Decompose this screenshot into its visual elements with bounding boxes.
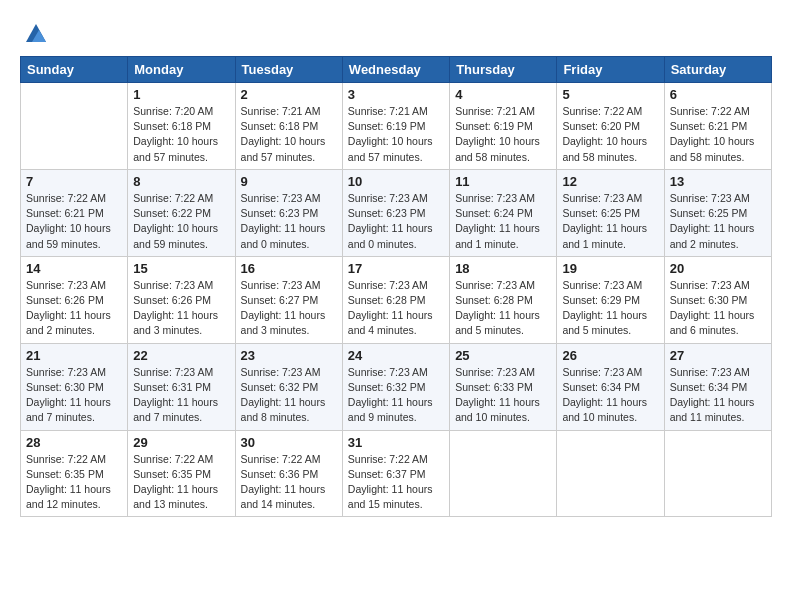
day-number: 5 <box>562 87 658 102</box>
day-info: Sunrise: 7:21 AMSunset: 6:19 PMDaylight:… <box>348 104 444 165</box>
day-cell <box>664 430 771 517</box>
header <box>20 18 772 46</box>
day-cell: 31Sunrise: 7:22 AMSunset: 6:37 PMDayligh… <box>342 430 449 517</box>
logo <box>20 18 50 46</box>
calendar-body: 1Sunrise: 7:20 AMSunset: 6:18 PMDaylight… <box>21 83 772 517</box>
day-cell: 11Sunrise: 7:23 AMSunset: 6:24 PMDayligh… <box>450 169 557 256</box>
calendar-table: SundayMondayTuesdayWednesdayThursdayFrid… <box>20 56 772 517</box>
day-cell: 12Sunrise: 7:23 AMSunset: 6:25 PMDayligh… <box>557 169 664 256</box>
day-info: Sunrise: 7:23 AMSunset: 6:25 PMDaylight:… <box>670 191 766 252</box>
weekday-header-monday: Monday <box>128 57 235 83</box>
day-number: 3 <box>348 87 444 102</box>
day-cell: 21Sunrise: 7:23 AMSunset: 6:30 PMDayligh… <box>21 343 128 430</box>
day-cell: 16Sunrise: 7:23 AMSunset: 6:27 PMDayligh… <box>235 256 342 343</box>
day-cell: 19Sunrise: 7:23 AMSunset: 6:29 PMDayligh… <box>557 256 664 343</box>
day-number: 11 <box>455 174 551 189</box>
day-number: 4 <box>455 87 551 102</box>
day-info: Sunrise: 7:23 AMSunset: 6:28 PMDaylight:… <box>455 278 551 339</box>
day-info: Sunrise: 7:22 AMSunset: 6:36 PMDaylight:… <box>241 452 337 513</box>
day-cell: 9Sunrise: 7:23 AMSunset: 6:23 PMDaylight… <box>235 169 342 256</box>
day-number: 26 <box>562 348 658 363</box>
calendar-header: SundayMondayTuesdayWednesdayThursdayFrid… <box>21 57 772 83</box>
weekday-header-sunday: Sunday <box>21 57 128 83</box>
day-number: 13 <box>670 174 766 189</box>
day-info: Sunrise: 7:22 AMSunset: 6:22 PMDaylight:… <box>133 191 229 252</box>
day-cell: 18Sunrise: 7:23 AMSunset: 6:28 PMDayligh… <box>450 256 557 343</box>
day-cell: 15Sunrise: 7:23 AMSunset: 6:26 PMDayligh… <box>128 256 235 343</box>
day-cell: 5Sunrise: 7:22 AMSunset: 6:20 PMDaylight… <box>557 83 664 170</box>
day-info: Sunrise: 7:23 AMSunset: 6:23 PMDaylight:… <box>348 191 444 252</box>
day-number: 22 <box>133 348 229 363</box>
day-cell: 14Sunrise: 7:23 AMSunset: 6:26 PMDayligh… <box>21 256 128 343</box>
day-number: 25 <box>455 348 551 363</box>
day-cell: 1Sunrise: 7:20 AMSunset: 6:18 PMDaylight… <box>128 83 235 170</box>
week-row-5: 28Sunrise: 7:22 AMSunset: 6:35 PMDayligh… <box>21 430 772 517</box>
week-row-2: 7Sunrise: 7:22 AMSunset: 6:21 PMDaylight… <box>21 169 772 256</box>
day-cell <box>557 430 664 517</box>
day-cell: 10Sunrise: 7:23 AMSunset: 6:23 PMDayligh… <box>342 169 449 256</box>
day-cell: 4Sunrise: 7:21 AMSunset: 6:19 PMDaylight… <box>450 83 557 170</box>
day-cell: 28Sunrise: 7:22 AMSunset: 6:35 PMDayligh… <box>21 430 128 517</box>
page: SundayMondayTuesdayWednesdayThursdayFrid… <box>0 0 792 612</box>
day-number: 23 <box>241 348 337 363</box>
day-number: 30 <box>241 435 337 450</box>
day-cell: 20Sunrise: 7:23 AMSunset: 6:30 PMDayligh… <box>664 256 771 343</box>
day-number: 21 <box>26 348 122 363</box>
day-number: 2 <box>241 87 337 102</box>
day-number: 15 <box>133 261 229 276</box>
day-info: Sunrise: 7:23 AMSunset: 6:31 PMDaylight:… <box>133 365 229 426</box>
day-number: 24 <box>348 348 444 363</box>
day-number: 19 <box>562 261 658 276</box>
day-cell: 23Sunrise: 7:23 AMSunset: 6:32 PMDayligh… <box>235 343 342 430</box>
week-row-4: 21Sunrise: 7:23 AMSunset: 6:30 PMDayligh… <box>21 343 772 430</box>
day-cell <box>450 430 557 517</box>
day-number: 7 <box>26 174 122 189</box>
day-info: Sunrise: 7:23 AMSunset: 6:24 PMDaylight:… <box>455 191 551 252</box>
day-number: 10 <box>348 174 444 189</box>
day-number: 14 <box>26 261 122 276</box>
day-number: 17 <box>348 261 444 276</box>
day-info: Sunrise: 7:22 AMSunset: 6:35 PMDaylight:… <box>133 452 229 513</box>
day-number: 28 <box>26 435 122 450</box>
day-cell: 27Sunrise: 7:23 AMSunset: 6:34 PMDayligh… <box>664 343 771 430</box>
day-info: Sunrise: 7:22 AMSunset: 6:20 PMDaylight:… <box>562 104 658 165</box>
day-cell: 3Sunrise: 7:21 AMSunset: 6:19 PMDaylight… <box>342 83 449 170</box>
day-info: Sunrise: 7:23 AMSunset: 6:23 PMDaylight:… <box>241 191 337 252</box>
day-number: 29 <box>133 435 229 450</box>
day-info: Sunrise: 7:23 AMSunset: 6:28 PMDaylight:… <box>348 278 444 339</box>
day-number: 20 <box>670 261 766 276</box>
day-number: 6 <box>670 87 766 102</box>
logo-icon <box>22 18 50 46</box>
day-number: 16 <box>241 261 337 276</box>
day-info: Sunrise: 7:22 AMSunset: 6:37 PMDaylight:… <box>348 452 444 513</box>
day-info: Sunrise: 7:23 AMSunset: 6:30 PMDaylight:… <box>670 278 766 339</box>
day-number: 9 <box>241 174 337 189</box>
day-info: Sunrise: 7:23 AMSunset: 6:26 PMDaylight:… <box>26 278 122 339</box>
day-info: Sunrise: 7:22 AMSunset: 6:35 PMDaylight:… <box>26 452 122 513</box>
day-info: Sunrise: 7:23 AMSunset: 6:32 PMDaylight:… <box>348 365 444 426</box>
day-info: Sunrise: 7:22 AMSunset: 6:21 PMDaylight:… <box>26 191 122 252</box>
weekday-header-tuesday: Tuesday <box>235 57 342 83</box>
day-cell: 6Sunrise: 7:22 AMSunset: 6:21 PMDaylight… <box>664 83 771 170</box>
week-row-3: 14Sunrise: 7:23 AMSunset: 6:26 PMDayligh… <box>21 256 772 343</box>
day-number: 27 <box>670 348 766 363</box>
day-info: Sunrise: 7:21 AMSunset: 6:18 PMDaylight:… <box>241 104 337 165</box>
week-row-1: 1Sunrise: 7:20 AMSunset: 6:18 PMDaylight… <box>21 83 772 170</box>
day-info: Sunrise: 7:20 AMSunset: 6:18 PMDaylight:… <box>133 104 229 165</box>
day-info: Sunrise: 7:23 AMSunset: 6:26 PMDaylight:… <box>133 278 229 339</box>
day-info: Sunrise: 7:23 AMSunset: 6:33 PMDaylight:… <box>455 365 551 426</box>
day-number: 31 <box>348 435 444 450</box>
weekday-header-friday: Friday <box>557 57 664 83</box>
day-info: Sunrise: 7:23 AMSunset: 6:25 PMDaylight:… <box>562 191 658 252</box>
day-cell: 30Sunrise: 7:22 AMSunset: 6:36 PMDayligh… <box>235 430 342 517</box>
day-number: 8 <box>133 174 229 189</box>
day-cell: 13Sunrise: 7:23 AMSunset: 6:25 PMDayligh… <box>664 169 771 256</box>
day-info: Sunrise: 7:23 AMSunset: 6:30 PMDaylight:… <box>26 365 122 426</box>
day-number: 12 <box>562 174 658 189</box>
day-cell: 26Sunrise: 7:23 AMSunset: 6:34 PMDayligh… <box>557 343 664 430</box>
day-cell: 17Sunrise: 7:23 AMSunset: 6:28 PMDayligh… <box>342 256 449 343</box>
day-info: Sunrise: 7:23 AMSunset: 6:29 PMDaylight:… <box>562 278 658 339</box>
day-cell: 29Sunrise: 7:22 AMSunset: 6:35 PMDayligh… <box>128 430 235 517</box>
day-cell: 8Sunrise: 7:22 AMSunset: 6:22 PMDaylight… <box>128 169 235 256</box>
day-info: Sunrise: 7:23 AMSunset: 6:34 PMDaylight:… <box>670 365 766 426</box>
